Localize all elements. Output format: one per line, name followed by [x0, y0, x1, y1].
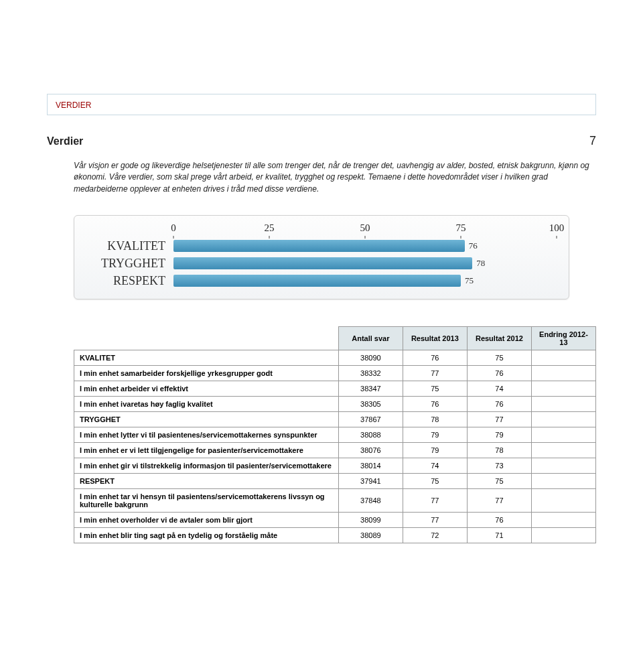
table-cell — [531, 513, 595, 528]
table-cell: 77 — [467, 489, 531, 513]
chart-bar-row: 76 — [173, 237, 557, 255]
table-cell: 75 — [403, 381, 467, 397]
table-cell: 76 — [467, 366, 531, 381]
table-row: I min enhet blir ting sagt på en tydelig… — [74, 528, 596, 543]
table-row-label: RESPEKT — [74, 474, 339, 489]
table-header-res2013: Resultat 2013 — [403, 327, 467, 350]
chart-bar — [173, 240, 465, 252]
table-cell: 38014 — [338, 458, 403, 474]
table-cell: 76 — [467, 397, 531, 412]
table-cell: 38332 — [338, 366, 403, 381]
table-row: I min enhet gir vi tilstrekkelig informa… — [74, 458, 596, 474]
chart-label-kvalitet: KVALITET — [86, 237, 165, 255]
table-cell: 77 — [403, 489, 467, 513]
table-row: I min enhet arbeider vi effektivt3834775… — [74, 381, 596, 397]
table-row: I min enhet tar vi hensyn til pasientens… — [74, 489, 596, 513]
table-cell: 76 — [467, 513, 531, 528]
table-cell: 37941 — [338, 474, 403, 489]
table-row-label: I min enhet overholder vi de avtaler som… — [74, 513, 339, 528]
table-cell — [531, 489, 595, 513]
table-cell — [531, 412, 595, 427]
table-header-endring: Endring 2012-13 — [531, 327, 595, 350]
table-row-label: I min enhet gir vi tilstrekkelig informa… — [74, 458, 339, 474]
table-header-empty — [74, 327, 339, 350]
table-row-label: TRYGGHET — [74, 412, 339, 427]
table-cell: 38088 — [338, 427, 403, 443]
table-cell — [531, 443, 595, 458]
table-cell: 75 — [403, 474, 467, 489]
chart-tick-label: 75 — [456, 222, 466, 234]
chart-bar-value: 76 — [469, 241, 478, 251]
table-cell: 75 — [467, 350, 531, 366]
table-cell: 38347 — [338, 381, 403, 397]
chart-bar-row: 78 — [173, 255, 557, 272]
table-cell: 38089 — [338, 528, 403, 543]
table-row: I min enhet overholder vi de avtaler som… — [74, 513, 596, 528]
table-row-label: KVALITET — [74, 350, 339, 366]
table-cell: 74 — [467, 381, 531, 397]
page-number: 7 — [589, 134, 596, 148]
table-row-label: I min enhet ivaretas høy faglig kvalitet — [74, 397, 339, 412]
chart-bars: 767875 — [173, 237, 557, 289]
chart-bar — [173, 257, 472, 269]
table-row-label: I min enhet arbeider vi effektivt — [74, 381, 339, 397]
table-row: TRYGGHET378677877 — [74, 412, 596, 427]
table-row: I min enhet samarbeider forskjellige yrk… — [74, 366, 596, 381]
chart-bar-value: 78 — [476, 258, 485, 269]
intro-paragraph: Vår visjon er gode og likeverdige helset… — [47, 160, 596, 195]
table-cell: 74 — [403, 458, 467, 474]
table-cell: 37867 — [338, 412, 403, 427]
table-cell: 77 — [403, 366, 467, 381]
table-row: KVALITET380907675 — [74, 350, 596, 366]
table-cell: 79 — [403, 443, 467, 458]
table-row-label: I min enhet samarbeider forskjellige yrk… — [74, 366, 339, 381]
chart-bar — [173, 275, 461, 287]
table-cell: 38076 — [338, 443, 403, 458]
chart-tick-label: 50 — [360, 222, 370, 234]
table-row-label: I min enhet tar vi hensyn til pasientens… — [74, 489, 339, 513]
table-cell — [531, 458, 595, 474]
header-band — [0, 0, 643, 94]
table-cell: 76 — [403, 350, 467, 366]
table-header-res2012: Resultat 2012 — [467, 327, 531, 350]
section-title: Verdier — [47, 135, 83, 147]
table-cell — [531, 427, 595, 443]
table-cell — [531, 350, 595, 366]
table-cell: 78 — [403, 412, 467, 427]
table-cell: 37848 — [338, 489, 403, 513]
chart-bar-row: 75 — [173, 272, 557, 289]
table-cell: 71 — [467, 528, 531, 543]
chart-label-trygghet: TRYGGHET — [86, 255, 165, 272]
chart-bar-value: 75 — [465, 275, 474, 286]
table-cell — [531, 474, 595, 489]
table-cell: 78 — [467, 443, 531, 458]
chart-tick-label: 100 — [549, 222, 565, 234]
table-cell — [531, 381, 595, 397]
table-cell: 72 — [403, 528, 467, 543]
table-cell: 76 — [403, 397, 467, 412]
table-cell: 73 — [467, 458, 531, 474]
table-row-label: I min enhet er vi lett tilgjengelige for… — [74, 443, 339, 458]
table-cell — [531, 528, 595, 543]
chart-tick-label: 0 — [171, 222, 176, 234]
table-cell: 38099 — [338, 513, 403, 528]
table-cell: 79 — [467, 427, 531, 443]
table-cell — [531, 397, 595, 412]
chart-category-labels: KVALITET TRYGGHET RESPEKT — [86, 222, 173, 289]
results-table: Antall svar Resultat 2013 Resultat 2012 … — [74, 326, 596, 543]
chart-plot: 0255075100 767875 — [173, 222, 557, 289]
table-header-antall: Antall svar — [338, 327, 403, 350]
table-row-label: I min enhet blir ting sagt på en tydelig… — [74, 528, 339, 543]
table-header-row: Antall svar Resultat 2013 Resultat 2012 … — [74, 327, 596, 350]
table-cell — [531, 366, 595, 381]
table-row: I min enhet lytter vi til pasientenes/se… — [74, 427, 596, 443]
section-header-row: Verdier 7 — [47, 134, 596, 148]
content-area: VERDIER Verdier 7 Vår visjon er gode og … — [0, 94, 643, 563]
table-row: I min enhet er vi lett tilgjengelige for… — [74, 443, 596, 458]
table-row: RESPEKT379417575 — [74, 474, 596, 489]
table-row: I min enhet ivaretas høy faglig kvalitet… — [74, 397, 596, 412]
breadcrumb-label: VERDIER — [56, 100, 91, 110]
chart-label-respekt: RESPEKT — [86, 272, 165, 289]
chart-panel: KVALITET TRYGGHET RESPEKT 0255075100 767… — [74, 215, 569, 299]
table-cell: 77 — [467, 412, 531, 427]
